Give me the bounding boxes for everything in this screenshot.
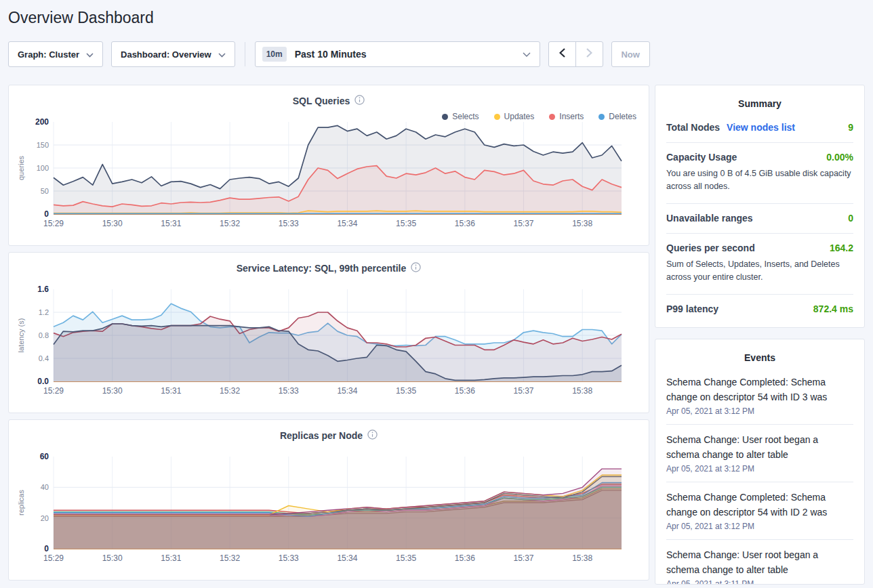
time-prev-button[interactable] [549, 42, 576, 66]
chart-title: Service Latency: SQL, 99th percentile [237, 262, 422, 274]
summary-value: 0.00% [826, 152, 853, 163]
svg-text:15:35: 15:35 [396, 553, 416, 563]
chart-header: Replicas per Node [9, 420, 649, 448]
svg-text:15:36: 15:36 [455, 553, 475, 563]
event-timestamp: Apr 05, 2021 at 3:11 PM [666, 579, 853, 585]
summary-panel: Summary Total Nodes View nodes list 9 Ca… [655, 85, 865, 328]
summary-description: You are using 0 B of 4.5 GiB usable disk… [666, 167, 853, 194]
graph-selector-dropdown[interactable]: Graph: Cluster [8, 41, 103, 67]
svg-text:15:35: 15:35 [396, 386, 416, 396]
summary-value: 9 [848, 122, 853, 133]
svg-text:0.4: 0.4 [39, 354, 49, 362]
legend-item-deletes[interactable]: Deletes [598, 112, 636, 121]
legend-dot-icon [494, 114, 500, 120]
svg-text:15:34: 15:34 [337, 553, 357, 563]
svg-text:50: 50 [41, 187, 49, 195]
legend-item-selects[interactable]: Selects [442, 112, 479, 121]
event-item: Schema Change Completed: Schema change o… [666, 482, 853, 540]
chart-title-text: Service Latency: SQL, 99th percentile [237, 263, 407, 274]
time-range-badge: 10m [262, 47, 287, 62]
event-text: Schema Change Completed: Schema change o… [666, 375, 853, 404]
summary-label: Unavailable ranges [666, 213, 753, 224]
svg-text:15:37: 15:37 [514, 553, 534, 563]
event-timestamp: Apr 05, 2021 at 3:12 PM [666, 406, 853, 416]
sql-queries-legend: SelectsUpdatesInsertsDeletes [442, 112, 636, 121]
content: SQL Queries SelectsUpdatesInsertsDeletes… [0, 85, 873, 587]
event-text: Schema Change: User root began a schema … [666, 547, 853, 577]
svg-text:15:36: 15:36 [455, 386, 475, 396]
svg-text:0: 0 [44, 544, 49, 553]
info-icon[interactable] [367, 429, 378, 442]
info-icon[interactable] [411, 262, 421, 274]
chart-title: Replicas per Node [280, 429, 378, 442]
time-range-label: Past 10 Minutes [295, 49, 514, 60]
legend-dot-icon [442, 114, 448, 120]
event-timestamp: Apr 05, 2021 at 3:12 PM [666, 464, 853, 474]
summary-row-capacity-usage: Capacity Usage 0.00% You are using 0 B o… [666, 143, 853, 204]
svg-text:15:29: 15:29 [43, 219, 64, 228]
svg-text:1.2: 1.2 [39, 308, 49, 316]
svg-text:15:32: 15:32 [220, 386, 240, 396]
svg-text:15:38: 15:38 [572, 386, 592, 396]
event-text: Schema Change Completed: Schema change o… [666, 490, 853, 520]
summary-label: Total Nodes [666, 122, 720, 133]
chevron-left-icon [559, 48, 565, 60]
event-text: Schema Change: User root began a schema … [666, 432, 853, 462]
svg-text:20: 20 [41, 514, 49, 522]
svg-text:0.8: 0.8 [39, 331, 49, 339]
svg-text:15:36: 15:36 [455, 219, 475, 228]
summary-description: Sum of Selects, Updates, Inserts, and De… [666, 258, 853, 285]
svg-text:15:34: 15:34 [337, 219, 357, 228]
summary-row-p99-latency: P99 latency 872.4 ms [666, 295, 853, 324]
charts-column: SQL Queries SelectsUpdatesInsertsDeletes… [8, 85, 649, 587]
info-icon[interactable] [354, 95, 365, 107]
svg-text:15:29: 15:29 [43, 553, 64, 563]
chevron-down-icon [218, 49, 226, 60]
now-button[interactable]: Now [611, 41, 650, 67]
time-step-buttons [548, 41, 603, 67]
chart-header: Service Latency: SQL, 99th percentile [9, 253, 649, 281]
svg-text:100: 100 [37, 164, 49, 172]
overview-dashboard-page: Overview Dashboard Graph: Cluster Dashbo… [0, 0, 873, 588]
view-nodes-list-link[interactable]: View nodes list [727, 122, 795, 133]
summary-row-unavailable-ranges: Unavailable ranges 0 [666, 204, 853, 234]
chevron-down-icon [523, 49, 531, 60]
event-item: Schema Change Completed: Schema change o… [666, 367, 853, 425]
chart-title-text: Replicas per Node [280, 430, 363, 441]
legend-item-inserts[interactable]: Inserts [549, 112, 584, 121]
summary-row-queries-per-second: Queries per second 164.2 Sum of Selects,… [666, 234, 853, 295]
legend-dot-icon [598, 114, 605, 120]
svg-text:150: 150 [37, 141, 49, 149]
legend-dot-icon [549, 114, 555, 120]
service-latency-chart: 15:2915:3015:3115:3215:3315:3415:3515:36… [14, 281, 645, 402]
svg-text:15:33: 15:33 [279, 219, 299, 228]
replicas-per-node-card: Replicas per Node 15:2915:3015:3115:3215… [8, 419, 649, 581]
summary-label: Capacity Usage [666, 152, 737, 163]
svg-text:15:33: 15:33 [279, 386, 299, 396]
graph-selector-label: Graph: Cluster [18, 49, 79, 60]
sql-queries-chart: 15:2915:3015:3115:3215:3315:3415:3515:36… [14, 114, 645, 234]
side-column: Summary Total Nodes View nodes list 9 Ca… [655, 85, 865, 587]
svg-text:15:35: 15:35 [396, 219, 416, 228]
svg-text:15:30: 15:30 [102, 219, 123, 228]
summary-label: P99 latency [666, 303, 718, 314]
svg-text:15:30: 15:30 [102, 553, 123, 563]
legend-item-updates[interactable]: Updates [494, 112, 535, 121]
summary-label: Queries per second [666, 243, 755, 253]
svg-text:15:31: 15:31 [161, 386, 181, 396]
time-range-selector[interactable]: 10m Past 10 Minutes [255, 41, 540, 67]
chart-title-text: SQL Queries [293, 96, 350, 106]
dashboard-selector-dropdown[interactable]: Dashboard: Overview [111, 41, 235, 67]
svg-text:15:38: 15:38 [572, 219, 592, 228]
summary-row-total-nodes: Total Nodes View nodes list 9 [666, 113, 853, 143]
time-next-button[interactable] [576, 42, 603, 66]
toolbar-divider [245, 42, 245, 66]
svg-text:15:38: 15:38 [572, 553, 592, 563]
svg-text:replicas: replicas [17, 490, 25, 516]
svg-text:0: 0 [44, 209, 49, 219]
svg-text:15:37: 15:37 [514, 219, 534, 228]
svg-text:1.6: 1.6 [37, 285, 49, 294]
sql-queries-card: SQL Queries SelectsUpdatesInsertsDeletes… [8, 85, 649, 246]
svg-text:0.0: 0.0 [37, 377, 49, 386]
chevron-down-icon [86, 49, 94, 60]
